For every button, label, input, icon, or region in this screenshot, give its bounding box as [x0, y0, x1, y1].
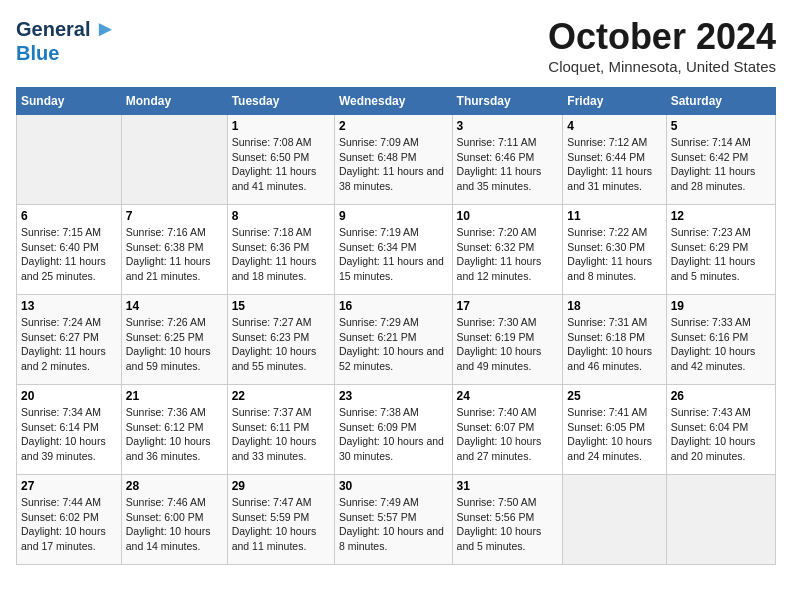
page-header: General ► Blue October 2024 Cloquet, Min…: [16, 16, 776, 75]
day-number: 3: [457, 119, 559, 133]
day-number: 19: [671, 299, 771, 313]
calendar-cell: 24Sunrise: 7:40 AMSunset: 6:07 PMDayligh…: [452, 385, 563, 475]
calendar-cell: 27Sunrise: 7:44 AMSunset: 6:02 PMDayligh…: [17, 475, 122, 565]
calendar-cell: 16Sunrise: 7:29 AMSunset: 6:21 PMDayligh…: [334, 295, 452, 385]
weekday-header: Monday: [121, 88, 227, 115]
day-number: 16: [339, 299, 448, 313]
day-number: 11: [567, 209, 661, 223]
day-number: 20: [21, 389, 117, 403]
calendar-cell: 12Sunrise: 7:23 AMSunset: 6:29 PMDayligh…: [666, 205, 775, 295]
day-info: Sunrise: 7:20 AMSunset: 6:32 PMDaylight:…: [457, 226, 542, 282]
calendar-cell: 4Sunrise: 7:12 AMSunset: 6:44 PMDaylight…: [563, 115, 666, 205]
calendar-cell: 10Sunrise: 7:20 AMSunset: 6:32 PMDayligh…: [452, 205, 563, 295]
weekday-header: Saturday: [666, 88, 775, 115]
day-info: Sunrise: 7:43 AMSunset: 6:04 PMDaylight:…: [671, 406, 756, 462]
day-number: 24: [457, 389, 559, 403]
title-block: October 2024 Cloquet, Minnesota, United …: [548, 16, 776, 75]
day-number: 7: [126, 209, 223, 223]
calendar-cell: 25Sunrise: 7:41 AMSunset: 6:05 PMDayligh…: [563, 385, 666, 475]
calendar-table: SundayMondayTuesdayWednesdayThursdayFrid…: [16, 87, 776, 565]
calendar-cell: 6Sunrise: 7:15 AMSunset: 6:40 PMDaylight…: [17, 205, 122, 295]
calendar-cell: 18Sunrise: 7:31 AMSunset: 6:18 PMDayligh…: [563, 295, 666, 385]
logo-blue: Blue: [16, 42, 59, 64]
calendar-week-row: 20Sunrise: 7:34 AMSunset: 6:14 PMDayligh…: [17, 385, 776, 475]
day-info: Sunrise: 7:29 AMSunset: 6:21 PMDaylight:…: [339, 316, 444, 372]
day-number: 10: [457, 209, 559, 223]
day-info: Sunrise: 7:14 AMSunset: 6:42 PMDaylight:…: [671, 136, 756, 192]
day-info: Sunrise: 7:23 AMSunset: 6:29 PMDaylight:…: [671, 226, 756, 282]
calendar-cell: 13Sunrise: 7:24 AMSunset: 6:27 PMDayligh…: [17, 295, 122, 385]
day-info: Sunrise: 7:16 AMSunset: 6:38 PMDaylight:…: [126, 226, 211, 282]
calendar-cell: 15Sunrise: 7:27 AMSunset: 6:23 PMDayligh…: [227, 295, 334, 385]
day-number: 30: [339, 479, 448, 493]
weekday-header: Wednesday: [334, 88, 452, 115]
calendar-week-row: 6Sunrise: 7:15 AMSunset: 6:40 PMDaylight…: [17, 205, 776, 295]
day-number: 4: [567, 119, 661, 133]
day-info: Sunrise: 7:38 AMSunset: 6:09 PMDaylight:…: [339, 406, 444, 462]
day-info: Sunrise: 7:33 AMSunset: 6:16 PMDaylight:…: [671, 316, 756, 372]
calendar-cell: 20Sunrise: 7:34 AMSunset: 6:14 PMDayligh…: [17, 385, 122, 475]
day-info: Sunrise: 7:40 AMSunset: 6:07 PMDaylight:…: [457, 406, 542, 462]
day-number: 13: [21, 299, 117, 313]
logo: General ► Blue: [16, 16, 116, 64]
day-info: Sunrise: 7:34 AMSunset: 6:14 PMDaylight:…: [21, 406, 106, 462]
calendar-cell: 22Sunrise: 7:37 AMSunset: 6:11 PMDayligh…: [227, 385, 334, 475]
calendar-cell: 9Sunrise: 7:19 AMSunset: 6:34 PMDaylight…: [334, 205, 452, 295]
calendar-cell: 11Sunrise: 7:22 AMSunset: 6:30 PMDayligh…: [563, 205, 666, 295]
day-info: Sunrise: 7:49 AMSunset: 5:57 PMDaylight:…: [339, 496, 444, 552]
day-info: Sunrise: 7:09 AMSunset: 6:48 PMDaylight:…: [339, 136, 444, 192]
day-info: Sunrise: 7:30 AMSunset: 6:19 PMDaylight:…: [457, 316, 542, 372]
day-info: Sunrise: 7:18 AMSunset: 6:36 PMDaylight:…: [232, 226, 317, 282]
day-number: 25: [567, 389, 661, 403]
calendar-week-row: 27Sunrise: 7:44 AMSunset: 6:02 PMDayligh…: [17, 475, 776, 565]
day-info: Sunrise: 7:26 AMSunset: 6:25 PMDaylight:…: [126, 316, 211, 372]
day-info: Sunrise: 7:24 AMSunset: 6:27 PMDaylight:…: [21, 316, 106, 372]
day-number: 21: [126, 389, 223, 403]
day-number: 2: [339, 119, 448, 133]
day-number: 15: [232, 299, 330, 313]
day-info: Sunrise: 7:11 AMSunset: 6:46 PMDaylight:…: [457, 136, 542, 192]
day-info: Sunrise: 7:27 AMSunset: 6:23 PMDaylight:…: [232, 316, 317, 372]
calendar-week-row: 13Sunrise: 7:24 AMSunset: 6:27 PMDayligh…: [17, 295, 776, 385]
day-number: 9: [339, 209, 448, 223]
calendar-cell: [121, 115, 227, 205]
day-info: Sunrise: 7:36 AMSunset: 6:12 PMDaylight:…: [126, 406, 211, 462]
day-number: 8: [232, 209, 330, 223]
day-number: 18: [567, 299, 661, 313]
day-info: Sunrise: 7:15 AMSunset: 6:40 PMDaylight:…: [21, 226, 106, 282]
calendar-cell: 29Sunrise: 7:47 AMSunset: 5:59 PMDayligh…: [227, 475, 334, 565]
day-number: 1: [232, 119, 330, 133]
calendar-cell: [563, 475, 666, 565]
calendar-cell: 21Sunrise: 7:36 AMSunset: 6:12 PMDayligh…: [121, 385, 227, 475]
month-title: October 2024: [548, 16, 776, 58]
day-info: Sunrise: 7:37 AMSunset: 6:11 PMDaylight:…: [232, 406, 317, 462]
day-number: 14: [126, 299, 223, 313]
day-info: Sunrise: 7:50 AMSunset: 5:56 PMDaylight:…: [457, 496, 542, 552]
day-number: 31: [457, 479, 559, 493]
logo-general: General: [16, 18, 90, 40]
day-number: 17: [457, 299, 559, 313]
logo-arrow-icon: ►: [94, 16, 116, 42]
calendar-cell: [17, 115, 122, 205]
weekday-header: Friday: [563, 88, 666, 115]
calendar-cell: 5Sunrise: 7:14 AMSunset: 6:42 PMDaylight…: [666, 115, 775, 205]
calendar-cell: 30Sunrise: 7:49 AMSunset: 5:57 PMDayligh…: [334, 475, 452, 565]
day-info: Sunrise: 7:46 AMSunset: 6:00 PMDaylight:…: [126, 496, 211, 552]
day-number: 28: [126, 479, 223, 493]
day-info: Sunrise: 7:41 AMSunset: 6:05 PMDaylight:…: [567, 406, 652, 462]
calendar-cell: 7Sunrise: 7:16 AMSunset: 6:38 PMDaylight…: [121, 205, 227, 295]
calendar-cell: 2Sunrise: 7:09 AMSunset: 6:48 PMDaylight…: [334, 115, 452, 205]
day-number: 23: [339, 389, 448, 403]
day-number: 6: [21, 209, 117, 223]
calendar-cell: 14Sunrise: 7:26 AMSunset: 6:25 PMDayligh…: [121, 295, 227, 385]
weekday-header: Sunday: [17, 88, 122, 115]
day-number: 29: [232, 479, 330, 493]
day-info: Sunrise: 7:44 AMSunset: 6:02 PMDaylight:…: [21, 496, 106, 552]
day-number: 5: [671, 119, 771, 133]
day-number: 12: [671, 209, 771, 223]
day-info: Sunrise: 7:22 AMSunset: 6:30 PMDaylight:…: [567, 226, 652, 282]
calendar-cell: 23Sunrise: 7:38 AMSunset: 6:09 PMDayligh…: [334, 385, 452, 475]
calendar-cell: 8Sunrise: 7:18 AMSunset: 6:36 PMDaylight…: [227, 205, 334, 295]
calendar-cell: 26Sunrise: 7:43 AMSunset: 6:04 PMDayligh…: [666, 385, 775, 475]
calendar-cell: [666, 475, 775, 565]
